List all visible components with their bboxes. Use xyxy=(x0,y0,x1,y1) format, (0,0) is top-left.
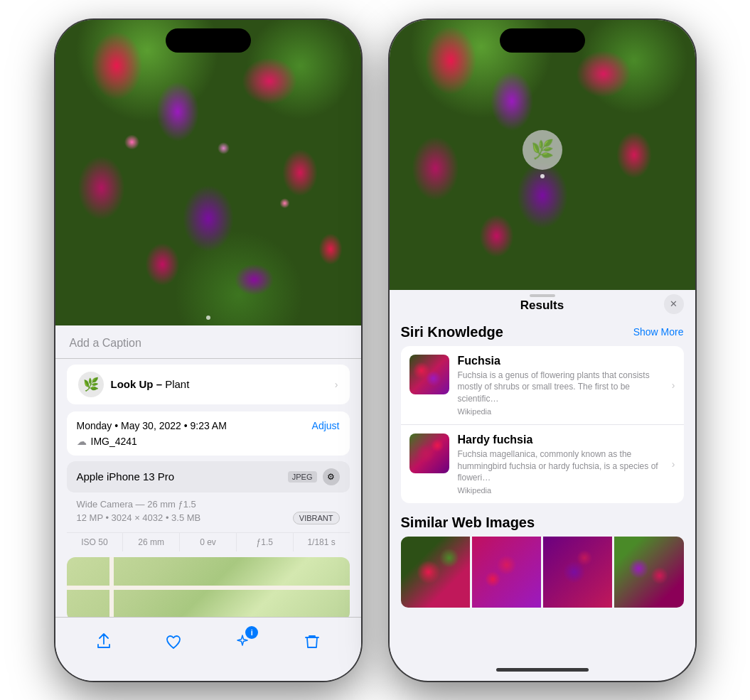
dynamic-island-right xyxy=(500,28,585,53)
adjust-button[interactable]: Adjust xyxy=(312,420,340,431)
gear-icon[interactable]: ⚙ xyxy=(323,468,340,485)
vibrant-badge: VIBRANT xyxy=(293,512,340,524)
heart-icon xyxy=(165,633,182,650)
filename: IMG_4241 xyxy=(91,436,137,447)
similar-image-4[interactable] xyxy=(614,537,683,608)
similar-title: Similar Web Images xyxy=(401,515,684,531)
device-name: Apple iPhone 13 Pro xyxy=(77,470,175,483)
delete-button[interactable] xyxy=(296,626,328,657)
dynamic-island xyxy=(166,28,251,53)
meta-filename-row: ☁ IMG_4241 xyxy=(67,434,350,456)
lookup-row[interactable]: 🌿 Look Up – Plant › xyxy=(67,365,350,404)
lookup-bold: Look Up – xyxy=(111,378,163,390)
cloud-icon: ☁ xyxy=(77,436,87,447)
knowledge-item-hardy[interactable]: Hardy fuchsia Fuchsia magellanica, commo… xyxy=(401,425,684,503)
hardy-text: Hardy fuchsia Fuchsia magellanica, commo… xyxy=(458,434,660,495)
results-content: Siri Knowledge Show More Fuchsia Fuchsia… xyxy=(390,318,695,659)
map-road-vertical xyxy=(109,557,114,617)
close-button[interactable]: ✕ xyxy=(664,294,684,314)
resolution-text: 12 MP • 3024 × 4032 • 3.5 MB xyxy=(77,512,201,523)
resolution-spec: 12 MP • 3024 × 4032 • 3.5 MB VIBRANT xyxy=(77,512,340,524)
hardy-name: Hardy fuchsia xyxy=(458,434,660,446)
left-screen: Add a Caption 🌿 Look Up – Plant › Monday… xyxy=(55,20,361,681)
exif-aperture: ƒ1.5 xyxy=(237,533,294,551)
info-button[interactable]: i xyxy=(227,626,258,657)
page-indicator xyxy=(206,316,210,320)
leaf-icon: 🌿 xyxy=(83,377,99,392)
photo-area-right: 🌿 xyxy=(390,20,695,290)
hardy-chevron-icon: › xyxy=(672,458,675,470)
meta-date-row: Monday • May 30, 2022 • 9:23 AM Adjust xyxy=(67,411,350,434)
home-indicator xyxy=(390,659,695,681)
map-section[interactable] xyxy=(67,557,350,617)
fuchsia-source: Wikipedia xyxy=(458,407,660,416)
device-section: Apple iPhone 13 Pro JPEG ⚙ Wide Camera —… xyxy=(67,461,350,551)
visual-search-dot xyxy=(540,174,545,178)
info-panel: Add a Caption 🌿 Look Up – Plant › Monday… xyxy=(55,325,361,617)
right-phone: 🌿 Results ✕ Siri Knowledge Show More xyxy=(390,20,695,681)
bottom-toolbar: i xyxy=(55,617,361,681)
hardy-thumbnail xyxy=(409,434,449,473)
visual-search-leaf-icon: 🌿 xyxy=(531,139,554,161)
lookup-chevron-icon: › xyxy=(335,379,338,390)
similar-grid xyxy=(401,537,684,608)
share-button[interactable] xyxy=(88,626,119,657)
results-title: Results xyxy=(520,298,564,313)
lens-text: Wide Camera — 26 mm ƒ1.5 xyxy=(77,499,196,510)
format-badge: JPEG xyxy=(288,471,317,483)
caption-area[interactable]: Add a Caption xyxy=(55,325,361,359)
fuchsia-thumbnail xyxy=(409,355,449,394)
flower-photo xyxy=(55,20,361,325)
visual-search-circle[interactable]: 🌿 xyxy=(523,130,562,170)
lens-spec: Wide Camera — 26 mm ƒ1.5 xyxy=(77,499,340,510)
exif-ev: 0 ev xyxy=(180,533,237,551)
lookup-plain: Plant xyxy=(162,378,189,390)
close-icon: ✕ xyxy=(670,298,677,309)
siri-knowledge-title: Siri Knowledge xyxy=(401,324,503,340)
similar-image-2[interactable] xyxy=(472,537,541,608)
exif-shutter: 1/181 s xyxy=(294,533,350,551)
photo-date: Monday • May 30, 2022 • 9:23 AM xyxy=(77,420,227,431)
exif-iso: ISO 50 xyxy=(67,533,124,551)
fuchsia-chevron-icon: › xyxy=(672,379,675,391)
favorite-button[interactable] xyxy=(158,626,189,657)
drag-handle xyxy=(530,294,555,297)
fuchsia-name: Fuchsia xyxy=(458,355,660,367)
exif-row: ISO 50 26 mm 0 ev ƒ1.5 1/181 s xyxy=(67,532,350,551)
show-more-button[interactable]: Show More xyxy=(633,326,684,338)
knowledge-item-fuchsia[interactable]: Fuchsia Fuchsia is a genus of flowering … xyxy=(401,346,684,425)
exif-focal: 26 mm xyxy=(123,533,180,551)
fuchsia-text: Fuchsia Fuchsia is a genus of flowering … xyxy=(458,355,660,416)
photo-area-left[interactable] xyxy=(55,20,361,325)
caption-placeholder[interactable]: Add a Caption xyxy=(70,337,141,349)
share-icon xyxy=(95,633,112,650)
similar-image-3[interactable] xyxy=(543,537,612,608)
similar-section: Similar Web Images xyxy=(401,515,684,608)
device-badges: JPEG ⚙ xyxy=(288,468,340,485)
similar-image-1[interactable] xyxy=(401,537,470,608)
results-header: Results ✕ xyxy=(390,290,695,318)
hardy-description: Fuchsia magellanica, commonly known as t… xyxy=(458,448,660,484)
hardy-source: Wikipedia xyxy=(458,486,660,495)
knowledge-card: Fuchsia Fuchsia is a genus of flowering … xyxy=(401,346,684,504)
left-phone: Add a Caption 🌿 Look Up – Plant › Monday… xyxy=(55,20,361,681)
fuchsia-description: Fuchsia is a genus of flowering plants t… xyxy=(458,370,660,405)
info-badge: i xyxy=(245,626,258,639)
visual-search-overlay: 🌿 xyxy=(523,130,562,178)
meta-section: Monday • May 30, 2022 • 9:23 AM Adjust ☁… xyxy=(67,411,350,456)
results-panel: Results ✕ Siri Knowledge Show More Fuc xyxy=(390,290,695,659)
device-row: Apple iPhone 13 Pro JPEG ⚙ xyxy=(67,461,350,492)
trash-icon xyxy=(304,633,321,650)
lookup-icon-bg: 🌿 xyxy=(78,372,104,397)
camera-specs: Wide Camera — 26 mm ƒ1.5 12 MP • 3024 × … xyxy=(67,493,350,529)
right-screen: 🌿 Results ✕ Siri Knowledge Show More xyxy=(390,20,695,681)
home-bar xyxy=(496,668,589,672)
lookup-label: Look Up – Plant xyxy=(111,378,190,390)
siri-knowledge-header: Siri Knowledge Show More xyxy=(401,324,684,340)
